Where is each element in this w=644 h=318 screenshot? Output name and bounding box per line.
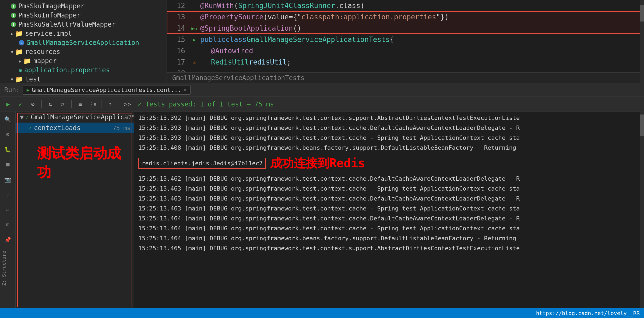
- sidebar-search-icon[interactable]: 🔍: [3, 115, 13, 124]
- sidebar-back-icon[interactable]: ↩: [3, 205, 13, 215]
- log-scrollbar-thumb[interactable]: [640, 115, 644, 136]
- run-icon-14: ▶↺: [191, 24, 198, 32]
- run-label: Run:: [4, 86, 20, 94]
- line-icon-16: [191, 47, 198, 55]
- test-result-status: ✓ Tests passed: 1 of 1 test – 75 ms: [138, 101, 274, 108]
- line-content-16: @Autowired: [200, 47, 642, 55]
- redis-success-annotation: 成功连接到Redis: [270, 154, 365, 172]
- toolbar-sep-1: [41, 100, 42, 108]
- close-tab-icon[interactable]: ✕: [184, 87, 186, 93]
- paren-open: (: [234, 2, 238, 10]
- top-area: I PmsSkuImageMapper I PmsSkuInfoMapper I…: [0, 0, 644, 83]
- tree-item-application-props[interactable]: ⚙ application.properties: [0, 66, 167, 75]
- play-button[interactable]: ▶: [3, 99, 13, 109]
- code-lines: 12 @RunWith ( SpringJUnit4ClassRunner .c…: [167, 0, 644, 83]
- line-content-15: public class GmallManageServiceApplicati…: [200, 35, 642, 44]
- test-duration-context: 75 ms: [113, 125, 131, 131]
- folder-icon-resources: 📁: [15, 48, 23, 56]
- mapper-icon-image: I: [11, 3, 16, 9]
- ps-paren: (value={": [263, 13, 301, 21]
- code-line-16: 16 @Autowired: [167, 45, 644, 56]
- redis-jedis-ref: redis.clients.jedis.Jedis@47b11ec7: [138, 158, 266, 169]
- editor-scrollbar-thumb[interactable]: [640, 5, 644, 22]
- test-tree-panel: ▼ ✓ GmallManageServiceApplica 75 ms ✓ co…: [16, 112, 134, 308]
- annotation-runwith: @RunWith: [200, 2, 234, 10]
- sidebar-settings-icon[interactable]: ⚙: [3, 130, 13, 139]
- check-button[interactable]: ✓: [16, 99, 25, 109]
- folder-arrow-icon: ▶: [11, 31, 13, 36]
- semicolon-17: ;: [287, 58, 291, 66]
- log-line-1: 15:25:13.392 [main] DEBUG org.springfram…: [134, 113, 644, 123]
- check-icon-main: ✓: [25, 114, 29, 120]
- line-content-13: @PropertySource (value={" classpath:appl…: [200, 13, 642, 21]
- tree-item-label: test: [25, 76, 41, 83]
- line-num-13: 13: [169, 13, 185, 21]
- log-line-4: 15:25:13.408 [main] DEBUG org.springfram…: [134, 143, 644, 153]
- line-num-14: 14: [169, 24, 185, 32]
- log-line-7: 15:25:13.463 [main] DEBUG org.springfram…: [134, 194, 644, 203]
- code-line-12: 12 @RunWith ( SpringJUnit4ClassRunner .c…: [167, 0, 644, 11]
- run-content: 🔍 ⚙ 🐛 ⏹ 📷 ⑂ ↩ ⊞ 📌 Z: Structure ▼ ✓ Gmall…: [0, 112, 644, 308]
- structure-label: Z: Structure: [0, 250, 8, 287]
- class-suffix: .class): [335, 2, 365, 10]
- log-text-11: 15:25:13.464 [main] DEBUG org.springfram…: [138, 234, 516, 243]
- test-tree-item-main[interactable]: ▼ ✓ GmallManageServiceApplica 75 ms: [16, 112, 134, 123]
- bottom-area: Run: ▶ GmallManageServiceApplicationTest…: [0, 83, 644, 318]
- props-icon: ⚙: [19, 67, 22, 73]
- run-tab-main[interactable]: ▶ GmallManageServiceApplicationTests.con…: [23, 85, 191, 95]
- sidebar-fork-icon[interactable]: ⑂: [3, 190, 13, 199]
- run-tabbar: Run: ▶ GmallManageServiceApplicationTest…: [0, 83, 644, 97]
- log-text-12: 15:25:13.465 [main] DEBUG org.springfram…: [138, 244, 520, 253]
- log-line-11: 15:25:13.464 [main] DEBUG org.springfram…: [134, 233, 644, 243]
- log-line-redis: redis.clients.jedis.Jedis@47b11ec7 成功连接到…: [134, 154, 644, 173]
- folder-arrow-icon-mapper: ▶: [19, 59, 22, 64]
- log-text-4: 15:25:13.408 [main] DEBUG org.springfram…: [138, 143, 516, 152]
- align-button-1[interactable]: ≡: [75, 99, 85, 109]
- tree-item-gmall-app[interactable]: G GmallManageServiceApplication: [0, 38, 167, 47]
- editor-scrollbar[interactable]: [640, 0, 644, 83]
- test-duration-main: 75 ms: [128, 114, 134, 121]
- tree-item-label: mapper: [33, 57, 57, 65]
- sort-button-2[interactable]: ⇄: [58, 99, 68, 109]
- align-button-2[interactable]: ⋮≡: [88, 99, 97, 109]
- run-toolbar: ▶ ✓ ⊘ ⇅ ⇄ ≡ ⋮≡ ↑ >> ✓ Tests passed: 1 of…: [0, 97, 644, 112]
- toolbar-sep-4: [119, 100, 119, 108]
- class-name: SpringJUnit4ClassRunner: [238, 2, 335, 10]
- tree-item-pms-sku-info-mapper[interactable]: I PmsSkuInfoMapper: [0, 11, 167, 20]
- sidebar-grid-icon[interactable]: ⊞: [3, 220, 13, 230]
- sidebar-stop-icon[interactable]: ⏹: [3, 160, 13, 169]
- tree-item-mapper[interactable]: ▶ 📁 mapper: [0, 56, 167, 66]
- log-text-2: 15:25:13.393 [main] DEBUG org.springfram…: [138, 123, 520, 132]
- log-text-10: 15:25:13.464 [main] DEBUG org.springfram…: [138, 224, 520, 233]
- tree-item-label: resources: [25, 48, 60, 56]
- tree-item-test[interactable]: ▼ 📁 test: [0, 75, 167, 83]
- line-icon-12: [191, 2, 198, 9]
- tree-item-pms-sku-image-mapper[interactable]: I PmsSkuImageMapper: [0, 2, 167, 11]
- log-line-3: 15:25:13.393 [main] DEBUG org.springfram…: [134, 133, 644, 143]
- tree-item-label: application.properties: [24, 66, 110, 74]
- folder-icon-test: 📁: [15, 76, 23, 83]
- log-text-1: 15:25:13.392 [main] DEBUG org.springfram…: [138, 113, 520, 122]
- annotation-success-text: 测试类启动成功: [37, 144, 134, 182]
- test-tree-border: [17, 113, 132, 307]
- more-button[interactable]: >>: [123, 99, 132, 109]
- code-editor: 12 @RunWith ( SpringJUnit4ClassRunner .c…: [167, 0, 644, 83]
- log-line-10: 15:25:13.464 [main] DEBUG org.springfram…: [134, 223, 644, 233]
- tree-item-service-impl[interactable]: ▶ 📁 service.impl: [0, 29, 167, 38]
- test-tree-item-context-loads[interactable]: ✓ contextLoads 75 ms: [16, 123, 134, 133]
- code-line-14: 14 ▶↺ @SpringBootApplication (): [167, 23, 644, 34]
- sidebar-camera-icon[interactable]: 📷: [3, 175, 13, 184]
- annotation-property-source: @PropertySource: [200, 13, 263, 21]
- stop-button[interactable]: ⊘: [28, 99, 38, 109]
- folder-arrow-icon-resources: ▼: [11, 49, 13, 55]
- tree-item-resources[interactable]: ▼ 📁 resources: [0, 47, 167, 56]
- ps-close: "}): [436, 13, 449, 21]
- sidebar-pin-icon[interactable]: 📌: [3, 235, 13, 245]
- brace-open: {: [390, 35, 394, 44]
- redis-util-type: RedisUtil: [211, 58, 249, 66]
- sidebar-debug-icon[interactable]: 🐛: [3, 145, 13, 154]
- up-button[interactable]: ↑: [105, 99, 115, 109]
- log-scrollbar[interactable]: [640, 112, 644, 308]
- sort-button-1[interactable]: ⇅: [45, 99, 55, 109]
- tree-item-pms-sku-sale-attr[interactable]: I PmsSkuSaleAttrValueMapper: [0, 20, 167, 29]
